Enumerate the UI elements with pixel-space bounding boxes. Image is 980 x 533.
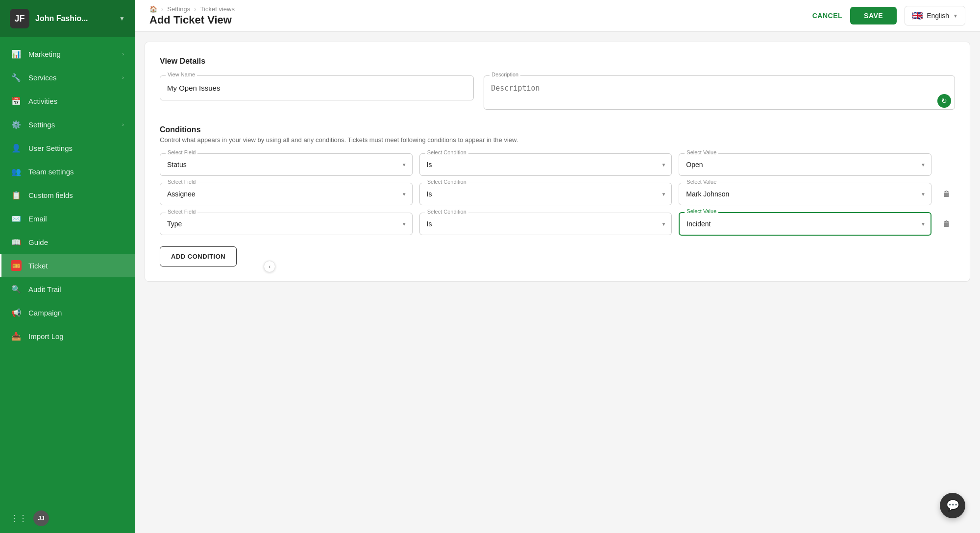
condition-select-3[interactable]: Is Is not bbox=[419, 213, 672, 235]
flag-icon: 🇬🇧 bbox=[912, 10, 923, 21]
marketing-arrow: › bbox=[122, 51, 124, 57]
activities-icon: 📅 bbox=[11, 96, 22, 106]
trash-icon-2: 🗑 bbox=[943, 190, 951, 198]
value-select-wrap-2: Select Value Mark Johnson Jane Doe ▼ bbox=[679, 183, 931, 205]
description-label: Description bbox=[490, 72, 520, 77]
value-select-1[interactable]: Open Closed bbox=[679, 153, 931, 176]
sidebar: JF John Fashio... ▼ 📊 Marketing › 🔧 Serv… bbox=[0, 0, 135, 533]
sidebar-item-guide[interactable]: 📖 Guide bbox=[0, 230, 135, 254]
sidebar-nav: 📊 Marketing › 🔧 Services › 📅 Activities … bbox=[0, 37, 135, 504]
condition-select-wrap-1: Select Condition Is Is not ▼ bbox=[419, 153, 672, 176]
sidebar-label-custom-fields: Custom fields bbox=[28, 191, 124, 199]
sidebar-label-services: Services bbox=[28, 73, 115, 82]
apps-grid-icon[interactable]: ⋮⋮ bbox=[11, 510, 26, 526]
audit-trail-icon: 🔍 bbox=[11, 284, 22, 294]
condition-select-1[interactable]: Is Is not bbox=[419, 153, 672, 176]
import-log-icon: 📥 bbox=[11, 331, 22, 341]
field-select-1[interactable]: Status Assignee Type bbox=[160, 153, 413, 176]
value-select-wrap-1: Select Value Open Closed ▼ bbox=[679, 153, 931, 176]
field-label-1: Select Field bbox=[166, 149, 197, 155]
sidebar-item-import-log[interactable]: 📥 Import Log bbox=[0, 324, 135, 348]
condition-label-1: Select Condition bbox=[425, 149, 468, 155]
sidebar-label-marketing: Marketing bbox=[28, 50, 115, 58]
value-label-2: Select Value bbox=[685, 179, 718, 185]
language-selector[interactable]: 🇬🇧 English ▼ bbox=[905, 6, 965, 25]
field-select-wrap-2: Select Field Assignee Status Type ▼ bbox=[160, 183, 413, 205]
condition-select-wrap-3: Select Condition Is Is not ▼ bbox=[419, 213, 672, 235]
sidebar-item-email[interactable]: ✉️ Email bbox=[0, 207, 135, 230]
ticket-icon: 🎫 bbox=[11, 260, 22, 271]
breadcrumb-ticket-views[interactable]: Ticket views bbox=[200, 5, 235, 13]
main-content: ‹ 🏠 › Settings › Ticket views Add Ticket… bbox=[135, 0, 980, 533]
services-arrow: › bbox=[122, 74, 124, 80]
email-icon: ✉️ bbox=[11, 213, 22, 224]
field-select-2[interactable]: Assignee Status Type bbox=[160, 183, 413, 205]
value-select-wrap-3: Select Value Incident Problem Question ▼ bbox=[679, 212, 931, 236]
topbar-actions: CANCEL SAVE 🇬🇧 English ▼ bbox=[812, 6, 965, 25]
brand-name: John Fashio... bbox=[35, 14, 113, 23]
form-card: View Details View Name Description ↻ Con… bbox=[145, 42, 970, 282]
sidebar-label-guide: Guide bbox=[28, 238, 124, 246]
sidebar-label-audit-trail: Audit Trail bbox=[28, 285, 124, 293]
condition-select-2[interactable]: Is Is not bbox=[419, 183, 672, 205]
value-select-2[interactable]: Mark Johnson Jane Doe bbox=[679, 183, 931, 205]
sidebar-item-user-settings[interactable]: 👤 User Settings bbox=[0, 136, 135, 160]
condition-label-2: Select Condition bbox=[425, 179, 468, 185]
value-select-3[interactable]: Incident Problem Question bbox=[679, 212, 931, 236]
condition-row-2: Select Field Assignee Status Type ▼ Sele… bbox=[160, 183, 955, 205]
add-condition-button[interactable]: ADD CONDITION bbox=[160, 246, 237, 266]
sidebar-label-team-settings: Team settings bbox=[28, 168, 124, 176]
marketing-icon: 📊 bbox=[11, 48, 22, 59]
topbar: 🏠 › Settings › Ticket views Add Ticket V… bbox=[135, 0, 980, 32]
view-details-title: View Details bbox=[160, 57, 955, 66]
breadcrumb: 🏠 › Settings › Ticket views bbox=[149, 5, 805, 13]
sidebar-item-team-settings[interactable]: 👥 Team settings bbox=[0, 160, 135, 183]
sidebar-item-marketing[interactable]: 📊 Marketing › bbox=[0, 42, 135, 66]
sidebar-label-campaign: Campaign bbox=[28, 309, 124, 317]
condition-row-1: Select Field Status Assignee Type ▼ Sele… bbox=[160, 153, 955, 176]
language-label: English bbox=[927, 12, 949, 20]
field-label-2: Select Field bbox=[166, 179, 197, 185]
sidebar-label-email: Email bbox=[28, 215, 124, 223]
view-name-input[interactable] bbox=[160, 75, 474, 100]
sidebar-label-settings: Settings bbox=[28, 121, 115, 129]
save-button[interactable]: SAVE bbox=[850, 7, 897, 24]
sidebar-label-ticket: Ticket bbox=[28, 262, 124, 270]
page-title: Add Ticket View bbox=[149, 14, 805, 26]
sidebar-item-campaign[interactable]: 📢 Campaign bbox=[0, 301, 135, 324]
chat-bubble[interactable]: 💬 bbox=[940, 493, 965, 518]
condition-select-wrap-2: Select Condition Is Is not ▼ bbox=[419, 183, 672, 205]
topbar-title-area: 🏠 › Settings › Ticket views Add Ticket V… bbox=[149, 5, 805, 26]
field-select-3[interactable]: Type Status Assignee bbox=[160, 213, 413, 235]
custom-fields-icon: 📋 bbox=[11, 190, 22, 200]
field-label-3: Select Field bbox=[166, 209, 197, 215]
settings-arrow: › bbox=[122, 121, 124, 127]
sidebar-item-ticket[interactable]: 🎫 Ticket bbox=[0, 254, 135, 277]
breadcrumb-settings[interactable]: Settings bbox=[167, 5, 190, 13]
sidebar-item-custom-fields[interactable]: 📋 Custom fields bbox=[0, 183, 135, 207]
cancel-button[interactable]: CANCEL bbox=[812, 12, 842, 20]
content-area: View Details View Name Description ↻ Con… bbox=[135, 32, 980, 533]
description-input[interactable] bbox=[484, 75, 955, 110]
sidebar-item-settings[interactable]: ⚙️ Settings › bbox=[0, 113, 135, 136]
user-settings-icon: 👤 bbox=[11, 143, 22, 153]
sidebar-item-audit-trail[interactable]: 🔍 Audit Trail bbox=[0, 277, 135, 301]
field-select-wrap-3: Select Field Type Status Assignee ▼ bbox=[160, 213, 413, 235]
chat-icon: 💬 bbox=[946, 499, 959, 512]
conditions-section: Conditions Control what appears in your … bbox=[160, 125, 955, 266]
delete-condition-3[interactable]: 🗑 bbox=[938, 216, 955, 232]
brand-chevron: ▼ bbox=[119, 15, 125, 22]
delete-condition-2[interactable]: 🗑 bbox=[938, 186, 955, 202]
home-icon[interactable]: 🏠 bbox=[149, 5, 157, 13]
sidebar-user-avatar[interactable]: JJ bbox=[33, 510, 49, 526]
sidebar-header[interactable]: JF John Fashio... ▼ bbox=[0, 0, 135, 37]
description-group: Description ↻ bbox=[484, 75, 955, 112]
sidebar-item-services[interactable]: 🔧 Services › bbox=[0, 66, 135, 89]
trash-icon-3: 🗑 bbox=[943, 219, 951, 228]
field-select-wrap-1: Select Field Status Assignee Type ▼ bbox=[160, 153, 413, 176]
refresh-icon[interactable]: ↻ bbox=[937, 94, 951, 108]
sidebar-item-activities[interactable]: 📅 Activities bbox=[0, 89, 135, 113]
campaign-icon: 📢 bbox=[11, 307, 22, 318]
value-label-1: Select Value bbox=[685, 149, 718, 155]
sidebar-collapse-button[interactable]: ‹ bbox=[264, 261, 275, 272]
